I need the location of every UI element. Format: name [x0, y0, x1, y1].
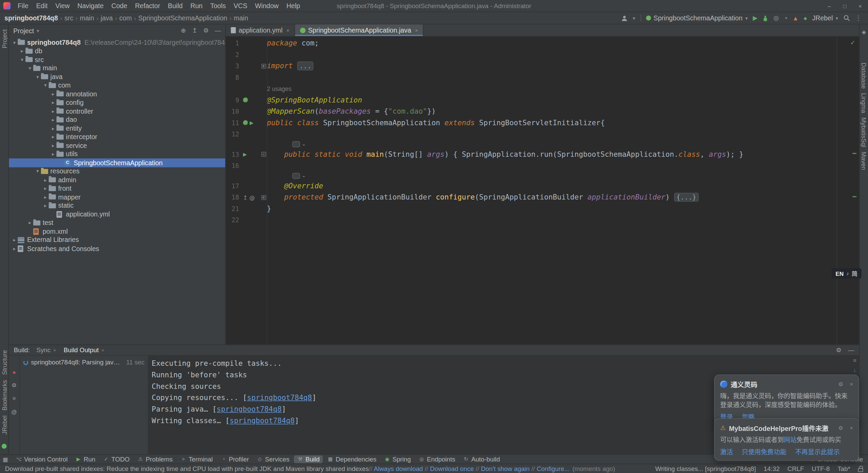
more-options-icon[interactable]: ⋮: [855, 14, 861, 21]
chevron-closed-icon[interactable]: ▸: [26, 220, 33, 226]
minimize-icon[interactable]: –: [822, 0, 837, 12]
editor-tab-application-yml[interactable]: application.yml×: [226, 24, 295, 36]
run-arrow-icon[interactable]: ▶: [250, 120, 253, 126]
chevron-closed-icon[interactable]: ▸: [50, 151, 57, 157]
toolwindow-button-profiler[interactable]: ◔Profiler: [217, 455, 252, 463]
close-tab-icon[interactable]: ×: [53, 347, 56, 353]
menu-run[interactable]: Run: [186, 2, 206, 10]
close-tab-icon[interactable]: ×: [101, 347, 104, 353]
chevron-closed-icon[interactable]: ▸: [50, 117, 57, 122]
scroll-to-end-icon[interactable]: ↓: [853, 367, 856, 373]
fold-marker-icon[interactable]: -: [261, 152, 266, 157]
notification-action-不再显示此提示[interactable]: 不再显示此提示: [795, 447, 840, 456]
tree-item-java[interactable]: ▾java: [9, 73, 225, 81]
menu-help[interactable]: Help: [282, 2, 304, 10]
notification-action-只使用免费功能[interactable]: 只使用免费功能: [742, 447, 786, 456]
lingma-stripe-icon[interactable]: [2, 444, 7, 449]
menu-refactor[interactable]: Refactor: [131, 2, 164, 10]
menu-vcs[interactable]: VCS: [230, 2, 251, 10]
chevron-down-icon[interactable]: ▾: [37, 28, 39, 33]
toolwindow-button-dependencies[interactable]: ▦Dependencies: [324, 455, 380, 463]
settings-icon[interactable]: ⚙: [12, 382, 17, 389]
code-line[interactable]: }: [267, 203, 271, 214]
menu-navigate[interactable]: Navigate: [74, 2, 107, 10]
close-icon[interactable]: ×: [852, 0, 868, 12]
tree-item-db[interactable]: ▸db: [9, 47, 225, 55]
toolwindow-button-endpoints[interactable]: ◎Endpoints: [415, 455, 459, 463]
tree-item-front[interactable]: ▸front: [9, 184, 225, 193]
run-arrow-icon[interactable]: ▶: [243, 152, 247, 157]
toolwindow-button-problems[interactable]: ⚠Problems: [134, 455, 176, 463]
build-task-row[interactable]: springboot784q8: Parsing java... [sp 11 …: [23, 359, 145, 366]
line-ending-indicator[interactable]: CRLF: [787, 465, 804, 472]
tree-item-controller[interactable]: ▸controller: [9, 107, 225, 115]
chevron-closed-icon[interactable]: ▸: [42, 203, 49, 208]
code-line[interactable]: protected SpringApplicationBuilder confi…: [267, 192, 698, 203]
console-link[interactable]: springboot784q8: [217, 405, 282, 413]
user-icon[interactable]: [621, 15, 628, 21]
fold-marker-icon[interactable]: +: [261, 63, 266, 69]
status-link-always-download[interactable]: Always download: [374, 465, 423, 472]
jrebel-select[interactable]: JRebel ▾: [812, 14, 838, 22]
locate-file-icon[interactable]: ⊕: [181, 27, 186, 34]
hide-panel-icon[interactable]: —: [848, 346, 854, 354]
breadcrumb-item-main[interactable]: main: [80, 14, 94, 22]
breadcrumb-item-src[interactable]: src: [64, 14, 73, 22]
chevron-open-icon[interactable]: ▾: [19, 57, 26, 62]
toolwindow-button-auto-build[interactable]: ↻Auto-build: [460, 455, 504, 463]
collapse-all-icon[interactable]: ↥: [192, 27, 197, 34]
annotation-icon[interactable]: @: [11, 409, 17, 415]
breadcrumb-item-main[interactable]: main: [234, 14, 248, 22]
close-notification-icon[interactable]: ×: [850, 381, 853, 387]
menu-build[interactable]: Build: [164, 2, 186, 10]
tree-item-mapper[interactable]: ▸mapper: [9, 193, 225, 201]
run-button[interactable]: ▶: [753, 14, 757, 21]
chevron-closed-icon[interactable]: ▸: [50, 109, 57, 114]
tree-item-config[interactable]: ▸config: [9, 98, 225, 107]
code-line[interactable]: import ...: [267, 60, 314, 72]
editor-tab-springbootschemaapplication-java[interactable]: SpringbootSchemaApplication.java×: [295, 24, 423, 36]
profiler-icon[interactable]: ◔: [784, 15, 788, 21]
tree-item-springboot784q8[interactable]: ▾springboot784q8E:\releaseComp\24-10\8\3…: [9, 38, 225, 47]
tree-item-src[interactable]: ▾src: [9, 55, 225, 64]
code-line[interactable]: package com;: [267, 38, 319, 49]
status-link-don-t-show-again[interactable]: Don't show again: [481, 465, 529, 472]
tool-stripe-lingma[interactable]: Lingma: [861, 93, 867, 113]
code-line[interactable]: @SpringBootApplication: [267, 94, 362, 106]
fold-marker[interactable]: +: [260, 63, 267, 69]
project-pane-title[interactable]: Project: [13, 27, 34, 35]
settings-icon[interactable]: ⚙: [203, 27, 209, 34]
tree-item-pom-xml[interactable]: pom.xml: [9, 227, 225, 235]
tree-item-resources[interactable]: ▾resources: [9, 167, 225, 175]
spring-bean-icon[interactable]: [243, 120, 248, 126]
chevron-closed-icon[interactable]: ▸: [50, 100, 57, 105]
menu-code[interactable]: Code: [107, 2, 131, 10]
tool-stripe-jrebel[interactable]: JRebel: [1, 415, 7, 434]
toolwindow-button-terminal[interactable]: >Terminal: [177, 455, 216, 463]
chevron-open-icon[interactable]: ▾: [26, 65, 33, 71]
soft-wrap-icon[interactable]: ≡: [853, 357, 856, 363]
breadcrumb-item-com[interactable]: com: [119, 14, 132, 22]
input-method-badge[interactable]: EN ♪ 简: [832, 268, 862, 279]
notification-settings-icon[interactable]: ⚙: [838, 381, 843, 387]
console-link[interactable]: springboot784q8: [230, 417, 295, 425]
run-configuration-select[interactable]: SpringbootSchemaApplication ▾: [646, 14, 748, 22]
tree-item-test[interactable]: ▸test: [9, 219, 225, 227]
menu-tools[interactable]: Tools: [206, 2, 230, 10]
codelens-icon[interactable]: [292, 141, 300, 148]
chevron-closed-icon[interactable]: ▸: [50, 91, 57, 97]
notification-action-激活[interactable]: 激活: [720, 447, 733, 456]
tree-item-annotation[interactable]: ▸annotation: [9, 90, 225, 98]
chevron-closed-icon[interactable]: ▸: [19, 48, 26, 54]
tool-stripe-project[interactable]: Project: [1, 30, 7, 49]
code-line[interactable]: public static void main(String[] args) {…: [267, 149, 744, 160]
chevron-open-icon[interactable]: ▾: [34, 169, 41, 174]
editor-body[interactable]: 1package com;23+import ...82 usages9@Spr…: [226, 37, 859, 345]
tree-item-scratches-and-consoles[interactable]: ▸Scratches and Consoles: [9, 244, 225, 253]
chevron-down-icon[interactable]: ⌄: [302, 141, 306, 147]
indent-indicator[interactable]: Tab*: [837, 465, 850, 472]
tool-stripe-database[interactable]: Database: [861, 62, 867, 89]
tree-item-main[interactable]: ▾main: [9, 64, 225, 73]
close-tab-icon[interactable]: ×: [287, 27, 290, 33]
menu-file[interactable]: File: [14, 2, 32, 10]
